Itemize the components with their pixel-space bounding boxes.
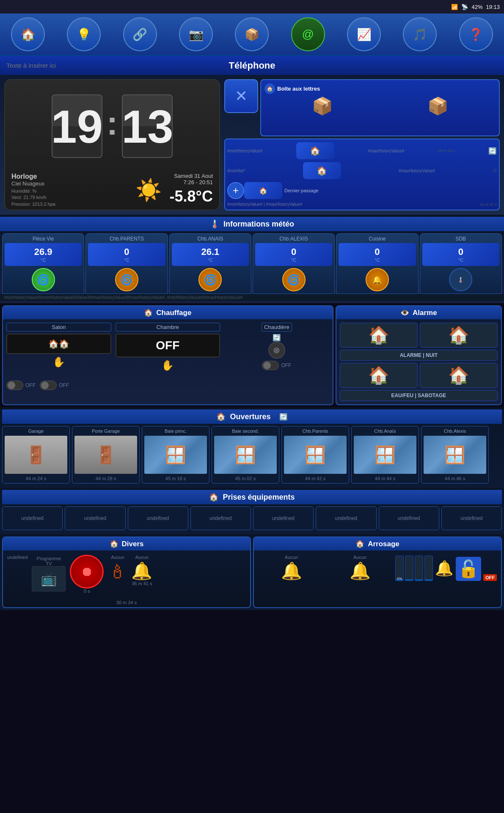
timer-2-card: Aucun 🕯 <box>108 555 127 594</box>
arrosage-lock-icon: 🔓 <box>456 557 481 581</box>
ouvertures-grid: Garage 🚪 44 m 24 s Porte Garage 🚪 44 m 2… <box>2 424 502 486</box>
alarm-house-1[interactable]: 🏠 <box>340 323 418 348</box>
sensor-val-label-2: #minHist* <box>227 169 245 173</box>
door-time-6: 44 m 46 s <box>424 476 486 481</box>
house-icon-3: 🏠 <box>342 365 415 385</box>
arrosage-item-2: Aucun 🔔 <box>327 555 393 581</box>
temp-tab-label-4: Cuisine <box>339 236 416 242</box>
tv-prog-card[interactable]: ProgrammeTV 📺 <box>32 555 66 594</box>
sensor-max-label-2: #maxHistoryValue# <box>399 169 435 173</box>
temp-unit-4: °C <box>341 257 413 263</box>
door-card-chb-parents[interactable]: Chb.Parents 🪟 44 m 42 s <box>281 426 349 484</box>
search-input[interactable] <box>0 58 504 73</box>
prise-card-6[interactable]: undefined <box>379 506 439 530</box>
door-label-3: Baie second. <box>214 429 277 434</box>
chambre-room-card: Chambre OFF ✋ <box>116 323 220 372</box>
water-tanks-row: 0% 🔔 🔓 OFF <box>395 555 497 581</box>
battery-level: 42% <box>471 4 482 10</box>
timer-1-card: ⏺ 0 s <box>70 555 104 594</box>
temp-tab-chb-alexis: Chb.ALEXIS 0 °C 🌀 <box>253 233 335 294</box>
fan-btn-0[interactable]: 🌀 <box>32 268 55 291</box>
prise-card-1[interactable]: undefined <box>65 506 125 530</box>
door-label-1: Porte Garage <box>74 429 137 434</box>
divers-panel: 🏠 Divers undefined ProgrammeTV 📺 ⏺ 0 s A… <box>2 536 251 608</box>
prise-card-3[interactable]: undefined <box>190 506 251 530</box>
nav-email[interactable]: @ <box>291 17 325 51</box>
history-row-2: #minHist* 🏠 #maxHistoryValue# 29 <box>227 161 497 180</box>
alarm-house-4[interactable]: 🏠 <box>420 363 498 388</box>
timer-1-red-btn[interactable]: ⏺ <box>70 555 104 589</box>
temp-tab-sdb: SDB 0 °C 🌡️ <box>420 233 502 294</box>
alarme-title: Alarme <box>413 309 437 317</box>
water-bar-4 <box>424 556 433 581</box>
blue-val-3: 🏠 <box>244 182 282 199</box>
door-time-5: 44 m 44 s <box>354 476 416 481</box>
door-card-baie-second[interactable]: Baie second. 🪟 45 m 02 s <box>212 426 279 484</box>
temp-value-0: 26.9 <box>7 246 80 257</box>
door-card-garage[interactable]: Garage 🚪 44 m 24 s <box>2 426 70 484</box>
alarm-house-2[interactable]: 🏠 <box>420 323 498 348</box>
blue-val-1: 🏠 <box>296 142 334 159</box>
fan-btn-4[interactable]: 🔔 <box>366 268 389 291</box>
temp-value-5: 0 <box>424 246 497 257</box>
divers-time-label: 30 m 34 s <box>7 600 246 605</box>
alarm-label-eau-feu: EAU/FEU | SABOTAGE <box>340 390 498 401</box>
salon-hand-btn[interactable]: ✋ <box>6 356 111 368</box>
chauffage-icon: 🏠 <box>144 308 153 317</box>
prise-card-0[interactable]: undefined <box>2 506 63 530</box>
sensor-time-2: 29 <box>493 169 497 173</box>
fan-btn-5[interactable]: 🌡️ <box>449 268 472 291</box>
chambre-hand-btn[interactable]: ✋ <box>116 359 220 371</box>
tv-icon: 📺 <box>32 566 66 592</box>
dernier-passage-label: Dernier passage <box>282 188 497 193</box>
history-row-1: #minHistoryValue# 🏠 #maxHistoryValue# 29… <box>227 141 497 160</box>
door-label-4: Chb.Parents <box>284 429 347 434</box>
alarm-label-nuit: ALARME | NUIT <box>340 350 498 361</box>
meteo-history-row: #minHistoryValue#|#minHistoryValue#|Valu… <box>0 294 504 301</box>
nav-network[interactable]: 🔗 <box>123 17 157 51</box>
fan-btn-1[interactable]: 🌀 <box>115 268 138 291</box>
weather-pressure: Pression: 1013.2 hpa <box>11 201 127 207</box>
refresh-icon-1[interactable]: 🔄 <box>488 147 497 155</box>
chaudiere-label: Chaudière <box>262 323 292 332</box>
temp-tab-label-3: Chb.ALEXIS <box>255 236 332 242</box>
plus-button[interactable]: + <box>227 182 244 199</box>
chambre-label: Chambre <box>116 323 220 332</box>
close-notification-button[interactable]: ✕ <box>224 79 258 113</box>
door-card-baie-princ[interactable]: Baie princ. 🪟 45 m 18 s <box>142 426 209 484</box>
nav-chart[interactable]: 📈 <box>347 17 381 51</box>
door-time-4: 44 m 42 s <box>284 476 347 481</box>
door-card-porte-garage[interactable]: Porte Garage 🚪 44 m 28 s <box>72 426 140 484</box>
fan-btn-2[interactable]: 🌀 <box>198 268 222 291</box>
door-card-chb-alexis[interactable]: Chb.Alexis 🪟 44 m 46 s <box>421 426 489 484</box>
weather-wind: Vent: 21.79 km/h <box>11 194 127 201</box>
salon-room-card: Salon 🏠🏠 ✋ <box>6 323 111 372</box>
salon-thermostat: 🏠🏠 <box>6 334 111 354</box>
prise-card-4[interactable]: undefined <box>253 506 314 530</box>
refresh-chaudiere-icon[interactable]: 🔄 <box>273 334 281 342</box>
ouvertures-title: Ouvertures <box>230 412 270 421</box>
chaudiere-x-btn[interactable]: ⊗ <box>268 342 285 359</box>
fan-btn-3[interactable]: 🌀 <box>282 268 306 291</box>
divers-title: Divers <box>122 540 144 548</box>
ouvertures-refresh-icon[interactable]: 🔄 <box>279 413 288 421</box>
meteo-section: 🌡️ Informations météo Pièce Vie 26.9 °C … <box>0 215 504 303</box>
temp-tab-piece-vie: Pièce Vie 26.9 °C 🌀 <box>2 233 84 294</box>
sensor-val-label-3: #minHistoryValue# | #maxHistoryValue# <box>227 202 302 207</box>
nav-help[interactable]: ❓ <box>459 17 493 51</box>
door-card-chb-anais[interactable]: Chb.Anaïs 🪟 44 m 44 s <box>351 426 419 484</box>
nav-camera[interactable]: 📷 <box>179 17 213 51</box>
nav-lights[interactable]: 💡 <box>67 17 101 51</box>
alarm-house-3[interactable]: 🏠 <box>340 363 418 388</box>
water-tank-widget: 0% 🔔 <box>395 556 454 581</box>
prise-card-7[interactable]: undefined <box>441 506 502 530</box>
weather-temperature: -5.8°C <box>170 188 213 205</box>
garage-door-image: 🚪 <box>5 436 67 474</box>
prise-card-2[interactable]: undefined <box>128 506 188 530</box>
prise-card-5[interactable]: undefined <box>316 506 376 530</box>
arrosage-item-1: Aucun 🔔 <box>258 555 325 581</box>
nav-cube[interactable]: 📦 <box>235 17 269 51</box>
search-title-bar: Téléphone <box>0 56 504 75</box>
nav-music[interactable]: 🎵 <box>403 17 437 51</box>
nav-home[interactable]: 🏠 <box>11 17 45 51</box>
